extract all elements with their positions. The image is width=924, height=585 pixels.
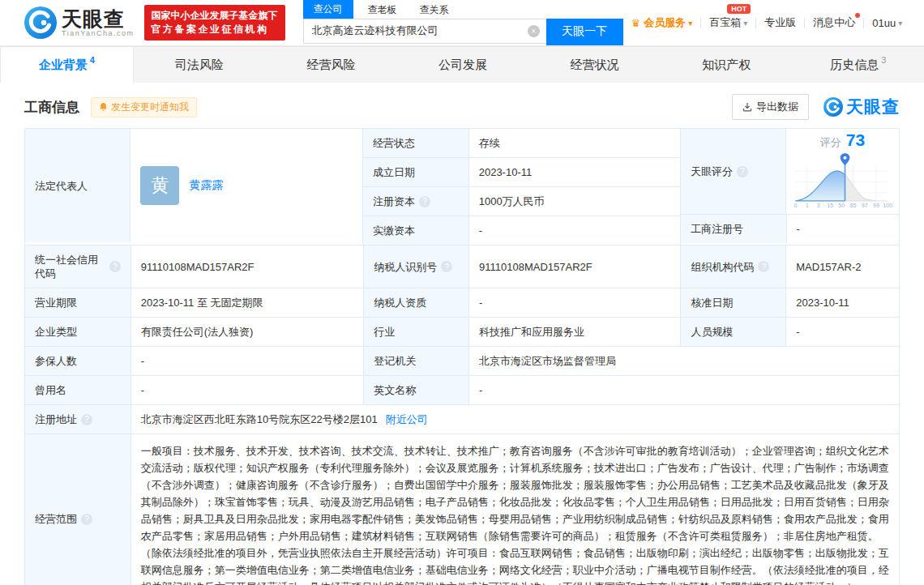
value-text: 北京市海淀区市场监督管理局 xyxy=(479,354,616,369)
label-text: 法定代表人 xyxy=(35,179,88,193)
avatar[interactable]: 黄 xyxy=(140,166,179,205)
menu-message-center[interactable]: 消息中心 xyxy=(805,15,863,30)
field-label-staff-size: 人员规模 xyxy=(680,318,785,346)
field-value-business-term: 2023-10-11 至 无固定期限 xyxy=(130,288,363,317)
value-text: 存续 xyxy=(479,136,500,151)
logo-title: 天眼查 xyxy=(62,8,135,29)
help-icon[interactable]: ? xyxy=(758,261,769,272)
field-label-company-type: 企业类型 xyxy=(25,318,130,346)
tab-history-info[interactable]: 历史信息 3 xyxy=(792,47,924,83)
export-label: 导出数据 xyxy=(756,100,798,114)
tab-search-boss[interactable]: 查老板 xyxy=(360,2,405,19)
tab-search-company[interactable]: 查公司 xyxy=(303,0,353,19)
username: 01uu xyxy=(872,17,896,29)
score-bell-curve-chart: 0 1 3 15 50 85 97 99 100 xyxy=(791,151,895,209)
value-text: - xyxy=(141,384,144,396)
tab-label: 企业背景 xyxy=(39,58,88,73)
field-label-approval-date: 核准日期 xyxy=(680,288,785,317)
notification-dot xyxy=(855,13,860,18)
tab-intellectual-property[interactable]: 知识产权 xyxy=(661,47,793,83)
label-text: 英文名称 xyxy=(374,383,416,397)
tianyancha-logo[interactable]: 天眼查 TianYanCha.com xyxy=(24,6,135,39)
menu-toolbox[interactable]: HOT 百宝箱 ▾ xyxy=(701,15,755,30)
value-text: MAD157AR-2 xyxy=(796,261,861,273)
field-label-industry: 行业 xyxy=(363,318,468,346)
notify-on-change-button[interactable]: 发生变更时通知我 xyxy=(91,97,197,117)
tab-search-relation[interactable]: 查关系 xyxy=(412,2,457,19)
menu-vip-services[interactable]: ♛ 会员服务 ▾ xyxy=(623,15,701,30)
tab-label: 司法风险 xyxy=(175,58,224,73)
field-value-insured-count: - xyxy=(130,347,363,375)
field-value-former-name: - xyxy=(130,376,363,404)
export-data-button[interactable]: 导出数据 xyxy=(732,94,809,120)
tianyancha-swirl-icon xyxy=(24,6,57,39)
help-icon[interactable]: ? xyxy=(441,261,452,272)
field-value-registry: 北京市海淀区市场监督管理局 xyxy=(468,347,899,375)
legal-rep-link[interactable]: 黄露露 xyxy=(189,178,223,193)
clear-icon[interactable]: × xyxy=(528,25,540,37)
field-label-reg-capital: 注册资本 ? xyxy=(363,187,468,216)
tab-label: 经营风险 xyxy=(306,58,355,73)
value-text: 91110108MAD157AR2F xyxy=(479,261,592,273)
label-text: 成立日期 xyxy=(373,165,415,179)
tab-company-development[interactable]: 公司发展 xyxy=(397,47,529,83)
bell-icon xyxy=(99,102,108,112)
tianyancha-swirl-icon xyxy=(823,97,843,117)
help-icon[interactable]: ? xyxy=(419,196,430,207)
page-title: 工商信息 xyxy=(24,98,79,117)
logo-subtitle: TianYanCha.com xyxy=(62,29,135,37)
score-chart-cell: 评分73 xyxy=(785,129,899,214)
crown-icon: ♛ xyxy=(631,17,641,29)
help-icon[interactable]: ? xyxy=(81,414,92,425)
vip-label: 会员服务 xyxy=(644,15,686,30)
tab-label: 经营状况 xyxy=(571,58,619,73)
svg-text:50: 50 xyxy=(838,203,845,209)
menu-pro-version[interactable]: 专业版 xyxy=(756,15,804,30)
chevron-down-icon: ▾ xyxy=(743,19,747,28)
label-text: 天眼评分 xyxy=(691,164,733,178)
scope-text: 一般项目：技术服务、技术开发、技术咨询、技术交流、技术转让、技术推广；教育咨询服… xyxy=(131,434,899,585)
field-value-taxpayer-id: 91110108MAD157AR2F xyxy=(468,246,680,288)
search-input[interactable] xyxy=(303,19,546,44)
value-text: - xyxy=(479,224,482,237)
label-text: 人员规模 xyxy=(691,325,733,339)
field-label-reg-number: 工商注册号 xyxy=(681,215,786,243)
search-tabs: 查公司 查老板 查关系 xyxy=(303,1,623,19)
label-text: 注册地址 xyxy=(35,412,77,426)
score-caption: 评分 xyxy=(820,136,841,148)
field-label-taxpayer-quality: 纳税人资质 xyxy=(363,288,468,317)
tab-company-background[interactable]: 企业背景 4 xyxy=(0,47,134,83)
field-label-org-code: 组织机构代码 ? xyxy=(680,246,785,288)
value-text: 科技推广和应用服务业 xyxy=(479,325,584,339)
svg-text:0: 0 xyxy=(794,203,797,209)
tab-operating-status[interactable]: 经营状况 xyxy=(528,47,661,83)
field-value-org-code: MAD157AR-2 xyxy=(785,246,899,288)
field-value-reg-number: - xyxy=(786,215,899,243)
help-icon[interactable]: ? xyxy=(81,514,92,525)
search-button[interactable]: 天眼一下 xyxy=(546,19,623,45)
svg-text:97: 97 xyxy=(862,203,868,209)
help-icon[interactable]: ? xyxy=(109,261,121,272)
field-label-insured-count: 参保人数 xyxy=(25,347,130,375)
svg-text:3: 3 xyxy=(817,203,820,209)
field-value-status: 存续 xyxy=(468,129,680,157)
nearby-companies-link[interactable]: 附近公司 xyxy=(386,412,428,427)
field-value-reg-capital: 1000万人民币 xyxy=(468,187,680,216)
value-text: 2023-10-11 xyxy=(479,166,533,178)
value-text: 1000万人民币 xyxy=(479,194,545,209)
field-label-score: 天眼评分 ? xyxy=(681,129,785,214)
tab-judicial-risk[interactable]: 司法风险 xyxy=(134,47,266,83)
tianyancha-watermark: 天眼查 xyxy=(823,96,900,118)
top-header: 天眼查 TianYanCha.com 国家中小企业发展子基金旗下 官方备案企业征… xyxy=(0,0,924,46)
label-text: 注册资本 xyxy=(373,194,415,208)
help-icon[interactable]: ? xyxy=(737,166,748,177)
tab-count: 3 xyxy=(881,47,886,65)
field-label-taxpayer-id: 纳税人识别号 ? xyxy=(363,246,468,288)
messages-label: 消息中心 xyxy=(813,15,855,30)
tab-operation-risk[interactable]: 经营风险 xyxy=(265,47,397,83)
company-nav-tabs: 企业背景 4 司法风险 经营风险 公司发展 经营状况 知识产权 历史信息 3 xyxy=(0,46,924,83)
svg-text:85: 85 xyxy=(850,203,857,209)
value-text: 有限责任公司(法人独资) xyxy=(141,325,254,339)
value-text: - xyxy=(479,384,482,396)
menu-user-account[interactable]: 01uu ▾ xyxy=(864,17,910,29)
